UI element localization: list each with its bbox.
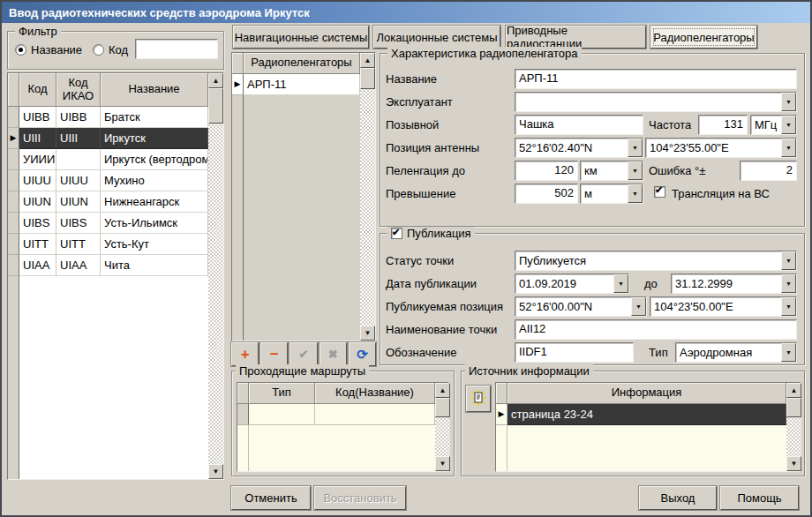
dropdown-arrow-icon[interactable]: ▼ xyxy=(628,139,643,157)
cell-icao[interactable]: UIBS xyxy=(56,213,101,234)
cell-route-code[interactable] xyxy=(315,404,435,425)
post-record-button[interactable]: ✔ xyxy=(289,342,317,366)
operator-combobox[interactable]: ▼ xyxy=(515,92,797,112)
vertical-scrollbar[interactable]: ▲ ▼ xyxy=(360,53,375,341)
error-field[interactable]: 2 xyxy=(740,161,797,181)
cell-icao[interactable] xyxy=(56,149,101,170)
airfield-row[interactable]: UIAA UIAA Чита xyxy=(8,255,223,276)
tab-location-systems[interactable]: Локационные системы xyxy=(373,26,500,49)
column-header-code[interactable]: Код xyxy=(19,73,56,107)
filter-input[interactable] xyxy=(135,39,218,59)
scrollbar-thumb[interactable] xyxy=(786,398,801,417)
exit-button[interactable]: Выход xyxy=(639,486,717,510)
column-header-icao[interactable]: Код ИКАО xyxy=(56,73,101,107)
frequency-field[interactable]: 131 xyxy=(698,115,748,135)
cell-name[interactable]: Усть-Ильимск xyxy=(101,213,208,234)
cell-code[interactable]: UITT xyxy=(19,234,56,255)
cell-df-name[interactable]: АРП-11 xyxy=(244,74,360,95)
cell-route-type[interactable] xyxy=(249,404,315,425)
airfield-row[interactable]: UIUN UIUN Нижнеангарск xyxy=(8,191,223,213)
cell-information[interactable]: страница 23-24 xyxy=(508,404,786,425)
title-bar[interactable]: Ввод радиотехнических средств аэродрома … xyxy=(2,2,810,23)
route-empty-row[interactable] xyxy=(237,404,435,425)
cell-icao[interactable]: UIUU xyxy=(56,170,101,191)
refresh-button[interactable]: ⟳ xyxy=(349,342,376,366)
add-record-button[interactable]: + xyxy=(231,342,259,366)
dropdown-arrow-icon[interactable]: ▼ xyxy=(628,161,643,180)
scroll-down-icon[interactable]: ▼ xyxy=(435,456,450,471)
bearing-range-field[interactable]: 120 xyxy=(515,161,578,181)
cell-name[interactable]: Чита xyxy=(101,255,208,276)
filter-by-name-radio[interactable] xyxy=(15,44,26,56)
cancel-button[interactable]: Отменить xyxy=(231,486,311,510)
edit-source-button[interactable] xyxy=(466,386,491,412)
filter-by-code-radio[interactable] xyxy=(93,44,104,56)
delete-record-button[interactable]: − xyxy=(260,342,288,366)
airfield-row[interactable]: UIUU UIUU Мухино xyxy=(8,170,223,191)
vertical-scrollbar[interactable]: ▲ ▼ xyxy=(786,383,801,471)
name-field[interactable]: АРП-11 xyxy=(515,69,797,89)
cell-code[interactable]: UIBB xyxy=(19,107,56,128)
cell-icao[interactable]: UITT xyxy=(56,234,101,255)
dropdown-arrow-icon[interactable]: ▼ xyxy=(781,139,796,157)
date-to-picker[interactable]: 31.12.2999 ▼ xyxy=(671,273,797,294)
airfield-row[interactable]: УИИИ Иркутск (вертодром) xyxy=(8,149,223,170)
scroll-up-icon[interactable]: ▲ xyxy=(786,383,801,398)
frequency-unit-combobox[interactable]: МГц ▼ xyxy=(750,115,797,135)
cell-name[interactable]: Мухино xyxy=(101,170,208,191)
vertical-scrollbar[interactable]: ▲ ▼ xyxy=(435,383,450,471)
dropdown-arrow-icon[interactable]: ▼ xyxy=(631,297,646,316)
cell-icao[interactable]: UIBB xyxy=(56,107,101,128)
df-list-table[interactable]: Радиопеленгаторы ▶ АРП-11 ▲ ▼ xyxy=(231,52,376,341)
scroll-down-icon[interactable]: ▼ xyxy=(360,326,375,341)
source-table[interactable]: Информация ▶ страница 23-24 ▲ ▼ xyxy=(495,382,801,472)
point-status-combobox[interactable]: Публикуется ▼ xyxy=(515,251,797,271)
dropdown-arrow-icon[interactable]: ▼ xyxy=(781,297,796,316)
cell-icao[interactable]: UIUN xyxy=(56,191,101,213)
antenna-longitude-combobox[interactable]: 104°23'55.00"E ▼ xyxy=(645,138,797,158)
tab-direction-finders[interactable]: Радиопеленгаторы xyxy=(650,26,757,49)
tab-navigation-systems[interactable]: Навигационные системы xyxy=(233,26,369,49)
dropdown-arrow-icon[interactable]: ▼ xyxy=(628,184,643,203)
routes-table[interactable]: Тип Код(Название) ▲ ▼ xyxy=(237,382,449,472)
published-latitude-combobox[interactable]: 52°16'00.00"N ▼ xyxy=(515,296,647,317)
publication-checkbox[interactable]: ✔ xyxy=(391,228,402,239)
dropdown-arrow-icon[interactable]: ▼ xyxy=(781,251,796,270)
designator-field[interactable]: IIDF1 xyxy=(515,342,634,363)
cell-code[interactable]: УИИИ xyxy=(19,149,56,170)
help-button[interactable]: Помощь xyxy=(720,486,799,510)
airfield-row[interactable]: UIBS UIBS Усть-Ильимск xyxy=(8,213,223,234)
tab-ndb[interactable]: Приводные радиостанции xyxy=(506,26,646,49)
cell-code[interactable]: UIBS xyxy=(19,213,56,234)
cell-name[interactable]: Братск xyxy=(101,107,208,128)
df-row-selected[interactable]: ▶ АРП-11 xyxy=(232,74,360,95)
cell-name[interactable]: Иркутск (вертодром) xyxy=(101,149,208,170)
airfield-row-selected[interactable]: ▶ UIII UIII Иркутск xyxy=(8,128,223,149)
cell-code[interactable]: UIUN xyxy=(19,191,56,213)
cell-name[interactable]: Нижнеангарск xyxy=(101,191,208,213)
airfields-table[interactable]: Код Код ИКАО Название UIBB UIBB Братск ▶… xyxy=(7,72,224,480)
scrollbar-thumb[interactable] xyxy=(435,398,450,417)
cell-code[interactable]: UIII xyxy=(19,128,56,149)
cell-icao[interactable]: UIII xyxy=(56,128,101,149)
elevation-field[interactable]: 502 xyxy=(515,184,578,204)
dropdown-arrow-icon[interactable]: ▼ xyxy=(781,93,796,111)
scrollbar-thumb[interactable] xyxy=(360,68,375,89)
date-from-picker[interactable]: 01.09.2019 ▼ xyxy=(515,273,629,294)
scroll-down-icon[interactable]: ▼ xyxy=(208,464,223,479)
broadcast-checkbox[interactable]: ✔ xyxy=(654,186,665,198)
dropdown-arrow-icon[interactable]: ▼ xyxy=(613,274,628,293)
airfield-row[interactable]: UIBB UIBB Братск xyxy=(8,107,223,128)
callsign-field[interactable]: Чашка xyxy=(515,115,643,135)
column-header-name[interactable]: Название xyxy=(101,73,208,107)
antenna-latitude-combobox[interactable]: 52°16'02.40"N ▼ xyxy=(515,138,643,158)
scroll-down-icon[interactable]: ▼ xyxy=(786,456,801,471)
published-longitude-combobox[interactable]: 104°23'50.00"E ▼ xyxy=(650,296,797,317)
column-header-information[interactable]: Информация xyxy=(508,383,786,404)
cell-name[interactable]: Усть-Кут xyxy=(101,234,208,255)
elevation-unit-combobox[interactable]: м ▼ xyxy=(580,184,643,204)
type-combobox[interactable]: Аэродромная ▼ xyxy=(675,342,797,363)
cell-code[interactable]: UIAA xyxy=(19,255,56,276)
scroll-up-icon[interactable]: ▲ xyxy=(208,73,223,88)
scroll-up-icon[interactable]: ▲ xyxy=(435,383,450,398)
